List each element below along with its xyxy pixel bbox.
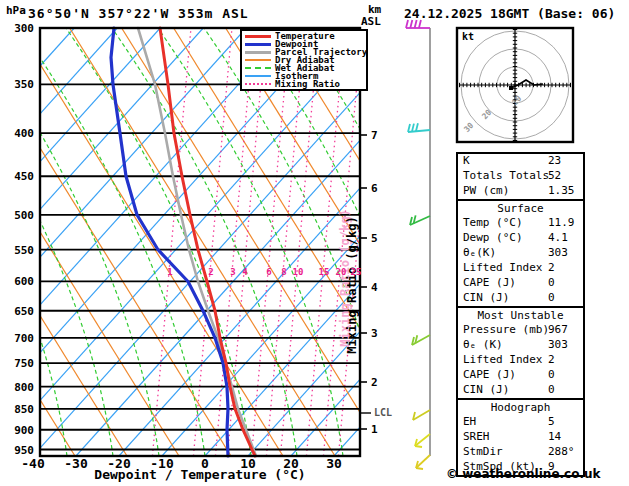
wet-adiabat-line [296,28,481,456]
km-tick-label: 4 [371,281,378,294]
mixing-ratio-line [152,28,191,456]
dry-adiabat-line [18,28,283,456]
legend-label: Mixing Ratio [275,79,340,89]
copyright-notice: © weatheronline.co.uk [446,467,601,481]
table-row: EH5 [458,415,583,430]
table-row-label: Totals Totals [463,169,549,182]
legend-swatch [245,67,271,69]
table-row-label: K [463,154,470,167]
temperature-curve [160,28,255,456]
table-row: K23 [458,154,583,169]
table-row-label: CIN (J) [463,291,509,304]
mixing-ratio-tick-label: 6 [262,267,276,277]
pressure-tick-label: 600 [4,275,34,288]
table-row-label: CAPE (J) [463,368,516,381]
mixing-ratio-tick-label: 8 [277,267,291,277]
table-row-value: 11.9 [548,216,575,229]
mixing-ratio-tick-label: 15 [317,267,331,277]
isotherm-line [0,28,332,456]
table-row: StmDir288° [458,445,583,460]
pressure-tick-label: 800 [4,381,34,394]
km-tick-label: 5 [371,232,378,245]
table-section-title: Hodograph [458,400,583,415]
wind-barb [408,123,430,132]
pressure-tick-label: 450 [4,170,34,183]
wind-barb [410,215,430,225]
isotherm-line [76,28,461,456]
table-row-value: 23 [548,154,561,167]
table-row-label: StmDir [463,445,503,458]
pressure-tick-label: 900 [4,424,34,437]
legend-swatch [245,83,271,85]
run-datetime: 24.12.2025 18GMT (Base: 06) [404,6,628,21]
table-row-value: 14 [548,430,561,443]
wind-barb [416,455,430,469]
wind-barb [415,434,430,447]
table-row-value: 303 [548,246,568,259]
table-row-label: θₑ (K) [463,338,503,351]
table-section: SurfaceTemp (°C)11.9Dewp (°C)4.1θₑ(K)303… [458,199,583,306]
dry-adiabat-line [70,28,335,456]
pressure-tick-label: 650 [4,305,34,318]
table-section-title: Surface [458,201,583,216]
table-row-label: PW (cm) [463,184,509,197]
pressure-tick-label: 400 [4,127,34,140]
km-tick-label: 7 [371,129,378,142]
table-row: CIN (J)0 [458,291,583,306]
pressure-axis-unit: hPa [6,4,26,17]
wet-adiabat-line [66,28,251,456]
legend-swatch [245,75,271,77]
km-tick-label: 1 [371,423,378,436]
hodograph-kt-label: kt [462,31,474,42]
mixing-ratio-tick-label: 20 [334,267,348,277]
sounding-screenshot: hPa 36°50'N 357°22'W 353m ASL km ASL 24.… [0,0,629,486]
pressure-tick-label: 500 [4,209,34,222]
table-row-label: Pressure (mb) [463,323,549,336]
table-row-label: Dewp (°C) [463,231,523,244]
pressure-tick-label: 350 [4,78,34,91]
isotherm-line [119,28,504,456]
legend-swatch [245,59,271,61]
mixing-ratio-tick-label: 4 [238,267,252,277]
table-section: HodographEH5SREH14StmDir288°StmSpd (kt)9 [458,398,583,475]
table-row: Pressure (mb)967 [458,323,583,338]
pressure-tick-label: 300 [4,22,34,35]
table-row-label: CIN (J) [463,383,509,396]
mixing-ratio-tick-label: 10 [291,267,305,277]
wind-barb [412,335,430,345]
x-axis-title: Dewpoint / Temperature (°C) [40,467,360,482]
mixing-ratio-line [266,28,305,456]
isotherm-line [0,28,246,456]
table-row-value: 4.1 [548,231,568,244]
mixing-ratio-axis-label: Mixing Ratio (g/kg) [345,185,359,385]
table-row-value: 0 [548,383,555,396]
pressure-tick-label: 550 [4,244,34,257]
table-row-value: 1.35 [548,184,575,197]
table-section-title: Most Unstable [458,308,583,323]
table-row-value: 52 [548,169,561,182]
table-row-label: SREH [463,430,490,443]
legend-item: Mixing Ratio [245,80,366,88]
table-section: Most UnstablePressure (mb)967θₑ (K)303Li… [458,306,583,398]
table-row-value: 967 [548,323,568,336]
table-row-label: Lifted Index [463,261,542,274]
table-row: θₑ(K)303 [458,246,583,261]
table-row-value: 5 [548,415,555,428]
table-row-value: 288° [548,445,575,458]
pressure-tick-label: 700 [4,332,34,345]
km-tick-label: 6 [371,182,378,195]
legend-swatch [245,51,271,54]
mixing-ratio-line [251,28,290,456]
mixing-ratio-tick-label: 1 [163,267,177,277]
table-row-value: 303 [548,338,568,351]
legend-swatch [245,35,271,38]
mixing-ratio-tick-label: 25 [349,267,363,277]
table-row-label: CAPE (J) [463,276,516,289]
table-row: PW (cm)1.35 [458,184,583,199]
hodograph-origin-marker [509,86,513,90]
legend-swatch [245,43,271,46]
km-tick-label: 3 [371,327,378,340]
pressure-tick-label: 750 [4,357,34,370]
table-section: K23Totals Totals52PW (cm)1.35 [458,154,583,199]
table-row-value: 0 [548,291,555,304]
